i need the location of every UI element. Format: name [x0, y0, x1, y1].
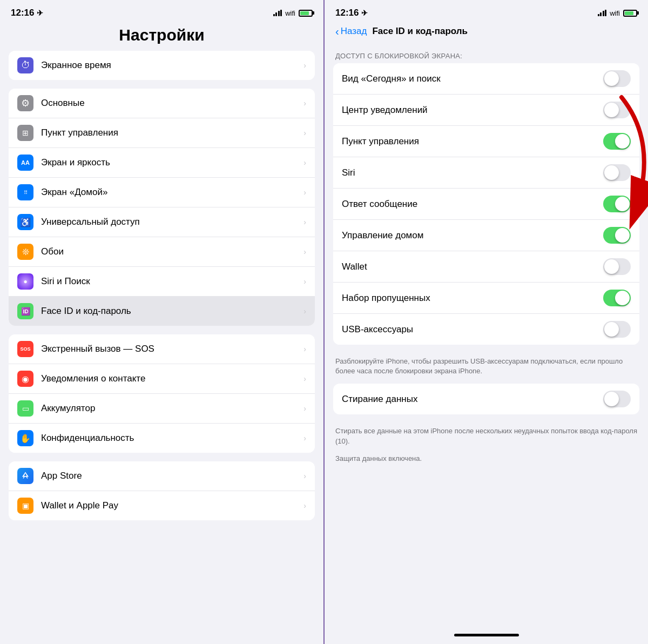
settings-item-general[interactable]: ⚙ Основные › [9, 89, 315, 118]
contact-icon: ◉ [17, 371, 33, 387]
battery-label: Аккумулятор [41, 403, 303, 414]
settings-item-sos[interactable]: SOS Экстренный вызов — SOS › [9, 334, 315, 364]
toggle-wallet-lock[interactable] [603, 258, 631, 275]
toggle-group-lockscreen: Вид «Сегодня» и поиск Центр уведомлений … [333, 63, 639, 345]
toggle-item-today[interactable]: Вид «Сегодня» и поиск [333, 63, 639, 95]
siri-label: Siri и Поиск [41, 276, 303, 287]
wallet-label: Wallet и Apple Pay [41, 500, 303, 511]
chevron-accessibility: › [303, 218, 306, 226]
control-icon: ⊞ [17, 125, 33, 141]
toggle-item-home-control[interactable]: Управление домом [333, 220, 639, 251]
settings-group-main: ⚙ Основные › ⊞ Пункт управления › AA Экр… [9, 89, 315, 326]
home-icon: ⠿ [17, 184, 33, 200]
toggle-label-usb: USB-аксессуары [342, 324, 413, 335]
settings-group-emergency: SOS Экстренный вызов — SOS › ◉ Уведомлен… [9, 334, 315, 453]
chevron-control: › [303, 129, 306, 137]
battery-icon-left [299, 10, 313, 17]
chevron-appstore: › [303, 472, 306, 480]
chevron-general: › [303, 99, 306, 108]
toggle-siri-lock[interactable] [603, 164, 631, 181]
settings-item-battery[interactable]: ▭ Аккумулятор › [9, 394, 315, 424]
settings-item-display[interactable]: AA Экран и яркость › [9, 148, 315, 178]
usb-description: Разблокируйте iPhone, чтобы разрешить US… [325, 353, 648, 384]
faceid-content[interactable]: ДОСТУП С БЛОКИРОВКОЙ ЭКРАНА: Вид «Сегодн… [325, 43, 648, 628]
accessibility-label: Универсальный доступ [41, 217, 303, 227]
toggle-notifications[interactable] [603, 102, 631, 118]
status-icons-right: wifi [598, 9, 637, 17]
sos-icon: SOS [17, 341, 33, 357]
chevron-sos: › [303, 345, 306, 353]
settings-content[interactable]: ⏱ Экранное время › ⚙ Основные › ⊞ Пункт … [0, 51, 323, 644]
toggle-label-home-control: Управление домом [342, 230, 423, 241]
display-icon: AA [17, 155, 33, 171]
wifi-icon-left: wifi [285, 9, 295, 17]
general-label: Основные [41, 98, 303, 109]
toggle-item-control-center[interactable]: Пункт управления [333, 126, 639, 157]
toggle-item-notifications[interactable]: Центр уведомлений [333, 95, 639, 126]
faceid-label: Face ID и код-пароль [41, 306, 303, 317]
toggle-label-today: Вид «Сегодня» и поиск [342, 73, 441, 84]
signal-icon-left [273, 10, 282, 16]
toggle-item-missed-calls[interactable]: Набор пропущенных [333, 283, 639, 314]
back-button[interactable]: ‹ Назад [335, 26, 367, 37]
time-right: 12:16 ✈ [335, 8, 368, 18]
settings-item-siri[interactable]: ● Siri и Поиск › [9, 267, 315, 297]
wallpaper-label: Обои [41, 246, 303, 257]
clock-right: 12:16 [335, 8, 359, 18]
settings-item-appstore[interactable]: App Store › [9, 461, 315, 491]
faceid-icon: 🆔 [17, 303, 33, 319]
settings-group-store: App Store › ▣ Wallet и Apple Pay › [9, 461, 315, 520]
wifi-icon-right: wifi [610, 9, 620, 17]
settings-item-privacy[interactable]: ✋ Конфиденциальность › [9, 424, 315, 453]
contact-label: Уведомления о контакте [41, 373, 303, 384]
toggle-today[interactable] [603, 70, 631, 87]
chevron-faceid: › [303, 307, 306, 316]
settings-item-accessibility[interactable]: ♿ Универсальный доступ › [9, 207, 315, 237]
toggle-label-erase: Стирание данных [342, 394, 417, 405]
chevron-display: › [303, 158, 306, 167]
toggle-item-erase[interactable]: Стирание данных [333, 384, 639, 414]
toggle-label-wallet-lock: Wallet [342, 261, 367, 272]
settings-item-wallpaper[interactable]: ❊ Обои › [9, 237, 315, 267]
toggle-item-siri-lock[interactable]: Siri [333, 157, 639, 189]
protection-note: Защита данных включена. [325, 454, 648, 471]
toggle-item-usb[interactable]: USB-аксессуары [333, 314, 639, 345]
chevron-wallpaper: › [303, 247, 306, 256]
settings-item-wallet[interactable]: ▣ Wallet и Apple Pay › [9, 491, 315, 520]
general-icon: ⚙ [17, 95, 33, 111]
toggle-missed-calls[interactable] [603, 290, 631, 306]
battery-icon-right [623, 10, 637, 17]
settings-header: Настройки [0, 23, 323, 51]
accessibility-icon: ♿ [17, 214, 33, 230]
toggle-home-control[interactable] [603, 227, 631, 244]
toggle-control-center[interactable] [603, 133, 631, 150]
chevron-home: › [303, 188, 306, 197]
status-bar-left: 12:16 ✈ wifi [0, 0, 323, 23]
settings-item-control[interactable]: ⊞ Пункт управления › [9, 118, 315, 148]
toggle-label-siri-lock: Siri [342, 167, 355, 178]
appstore-label: App Store [41, 471, 303, 481]
faceid-page-title: Face ID и код-пароль [372, 26, 468, 37]
siri-icon: ● [17, 273, 33, 290]
location-icon-left: ✈ [37, 9, 43, 17]
sos-label: Экстренный вызов — SOS [41, 344, 303, 354]
control-label: Пункт управления [41, 128, 303, 138]
toggle-erase[interactable] [603, 391, 631, 407]
settings-item-home[interactable]: ⠿ Экран «Домой» › [9, 178, 315, 207]
clock-left: 12:16 [11, 8, 34, 18]
settings-item-faceid[interactable]: 🆔 Face ID и код-пароль › [9, 297, 315, 326]
home-label: Экран «Домой» [41, 187, 303, 198]
toggle-label-missed-calls: Набор пропущенных [342, 293, 430, 304]
location-icon-right: ✈ [361, 9, 368, 17]
settings-item-screentime[interactable]: ⏱ Экранное время › [9, 51, 315, 80]
toggle-item-reply[interactable]: Ответ сообщение [333, 189, 639, 220]
battery-settings-icon: ▭ [17, 400, 33, 417]
toggle-item-wallet-lock[interactable]: Wallet [333, 251, 639, 283]
chevron-siri: › [303, 277, 306, 286]
settings-item-contact[interactable]: ◉ Уведомления о контакте › [9, 364, 315, 394]
toggle-label-control-center: Пункт управления [342, 136, 419, 147]
time-left: 12:16 ✈ [11, 8, 43, 18]
toggle-reply[interactable] [603, 196, 631, 212]
toggle-usb[interactable] [603, 321, 631, 338]
status-icons-left: wifi [273, 9, 313, 17]
